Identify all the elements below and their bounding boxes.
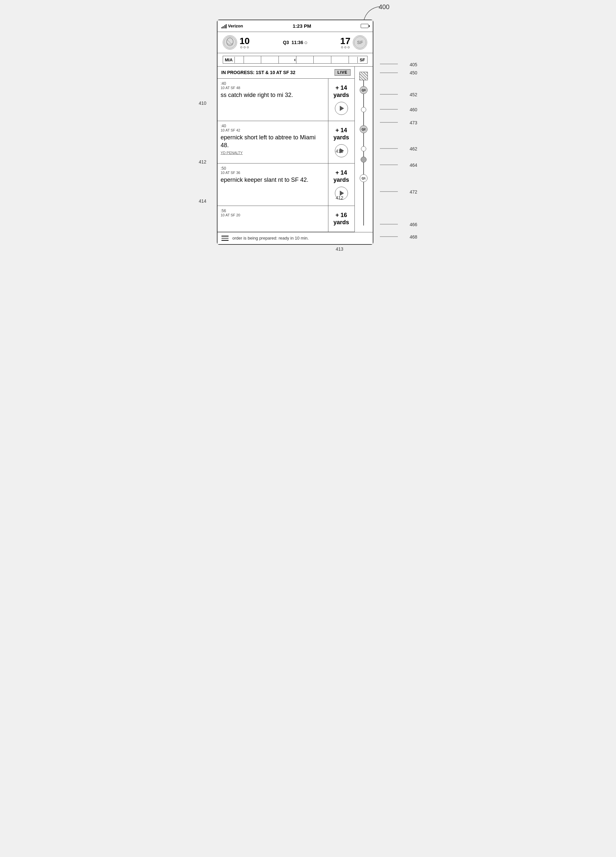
dot-r1 <box>341 46 343 48</box>
play-card-4: :56 10 AT SF 20 + 16yards <box>218 206 355 232</box>
game-status-text: IN PROGRESS: 1ST & 10 AT SF 32 <box>221 70 295 75</box>
carrier-label: Verizon <box>228 23 243 28</box>
team-left-score-block: 10 <box>240 37 250 48</box>
play-1-yards: + 14yards <box>333 85 349 99</box>
timeline-node-q1: Q1 <box>360 174 367 182</box>
play-feed: IN PROGRESS: 1ST & 10 AT SF 32 LIVE :40 … <box>218 67 355 232</box>
annotation-472: 472 <box>409 189 417 195</box>
annotation-413: 413 <box>336 246 343 252</box>
divider-1 <box>244 56 244 63</box>
play-2-down: 10 AT SF 42 <box>221 128 325 132</box>
dot-1 <box>240 46 242 48</box>
play-1-time: :40 <box>221 81 325 86</box>
play-card-2: :40 10 AT SF 42 epernick short left to a… <box>218 121 355 164</box>
annotation-line-466 <box>380 224 400 224</box>
annotation-line-464 <box>380 164 400 165</box>
empty-circle-1 <box>361 107 366 112</box>
field-arrow: ‹ <box>294 57 296 63</box>
annotation-line-468 <box>380 236 400 237</box>
menu-icon[interactable] <box>221 236 228 241</box>
field-dividers: ‹ <box>235 56 357 63</box>
diagram-container: 400 Verizon 1:23 PM <box>217 20 400 245</box>
game-quarter: Q3 11:36 <box>283 40 307 45</box>
play-3-down: 10 AT SF 36 <box>221 171 325 175</box>
dot-3 <box>247 46 249 48</box>
q1-circle: Q1 <box>360 174 367 182</box>
annotation-line-460 <box>380 109 400 110</box>
team-left: 10 <box>223 35 250 50</box>
team-right-dots <box>341 46 350 48</box>
play-1-down: 10 AT SF 48 <box>221 86 325 90</box>
game-status-bar: IN PROGRESS: 1ST & 10 AT SF 32 LIVE <box>218 67 355 79</box>
annotation-473: 473 <box>409 120 417 125</box>
q2-circle: Q2 <box>360 125 367 133</box>
signal-bar-2 <box>223 26 224 28</box>
play-3-description: epernick keeper slant nt to SF 42. <box>221 176 325 184</box>
time-display: 1:23 PM <box>293 23 312 29</box>
signal-bar-4 <box>225 24 227 28</box>
empty-circle-2 <box>361 146 366 152</box>
menu-line-3 <box>221 240 228 241</box>
play-3-yards: + 14yards <box>333 169 349 183</box>
team-left-dots <box>240 46 249 48</box>
field-team-left: MIA <box>223 57 235 63</box>
annotation-412: 412 <box>199 159 207 164</box>
play-card-2-right: + 14yards <box>328 121 355 163</box>
play-card-3: :50 10 AT SF 36 epernick keeper slant nt… <box>218 164 355 206</box>
svg-text:SF: SF <box>357 40 363 45</box>
timeline-node-q2: Q2 <box>360 125 367 133</box>
annotation-462: 462 <box>409 146 417 152</box>
dot-r2 <box>344 46 346 48</box>
divider-3 <box>278 56 279 63</box>
timeline-node-q3: Q3 <box>360 86 367 94</box>
annotation-466: 466 <box>409 222 417 227</box>
play-4-yards: + 16yards <box>333 212 349 226</box>
phone-frame: Verizon 1:23 PM 10 <box>217 20 374 245</box>
annotation-464: 464 <box>409 162 417 168</box>
team-logo-left <box>223 35 237 50</box>
field-progress-section: MIA ‹ SF <box>218 53 373 67</box>
annotation-410: 410 <box>199 101 207 106</box>
play-1-description: ss catch wide right to mi 32. <box>221 91 325 99</box>
annotation-460: 460 <box>409 107 417 112</box>
q3-circle: Q3 <box>360 86 367 94</box>
divider-7 <box>349 56 349 63</box>
annotation-414: 414 <box>199 198 207 204</box>
status-bar: Verizon 1:23 PM <box>218 20 373 32</box>
play-3-time: :50 <box>221 166 325 171</box>
live-badge: LIVE <box>335 69 350 76</box>
annotation-line-462 <box>380 148 400 149</box>
play-card-1-right: + 14yards <box>328 79 355 121</box>
play-4-down: 10 AT SF 20 <box>221 213 325 217</box>
dot-2 <box>244 46 245 48</box>
play-card-1-left: :40 10 AT SF 48 ss catch wide right to m… <box>218 79 328 121</box>
menu-line-2 <box>221 238 228 239</box>
timeline-node-empty-1 <box>361 107 366 112</box>
annotation-line-452 <box>380 94 400 94</box>
battery-icon <box>361 24 369 28</box>
notification-text: order is being prepared: ready in 10 min… <box>233 236 309 241</box>
play-1-button[interactable] <box>335 102 348 115</box>
play-2-penalty: YD PENALTY <box>221 151 325 155</box>
score-header: 10 Q3 11:36 17 <box>218 32 373 53</box>
main-content: IN PROGRESS: 1ST & 10 AT SF 32 LIVE :40 … <box>218 67 373 232</box>
annotation-468: 468 <box>409 234 417 240</box>
signal-bars <box>221 24 227 28</box>
team-left-score: 10 <box>240 37 250 46</box>
play-4-time: :56 <box>221 209 325 213</box>
field-team-right: SF <box>357 57 367 63</box>
bottom-notification-bar: order is being prepared: ready in 10 min… <box>218 232 373 244</box>
timeline-sidebar: Q3 Q2 <box>355 67 373 232</box>
play-card-4-right: + 16yards <box>328 206 355 232</box>
signal-bar-3 <box>224 25 225 28</box>
annotation-450: 450 <box>409 70 417 76</box>
play-1-triangle-icon <box>340 106 344 111</box>
annotation-line-473 <box>380 122 400 123</box>
play-card-1: :40 10 AT SF 48 ss catch wide right to m… <box>218 79 355 121</box>
team-right-score: 17 <box>340 37 350 46</box>
signal-bar-1 <box>221 27 222 28</box>
timeline-node-filled <box>361 157 366 162</box>
annotation-411: 411 <box>336 149 343 154</box>
menu-line-1 <box>221 236 228 237</box>
play-2-yards: + 14yards <box>333 127 349 141</box>
